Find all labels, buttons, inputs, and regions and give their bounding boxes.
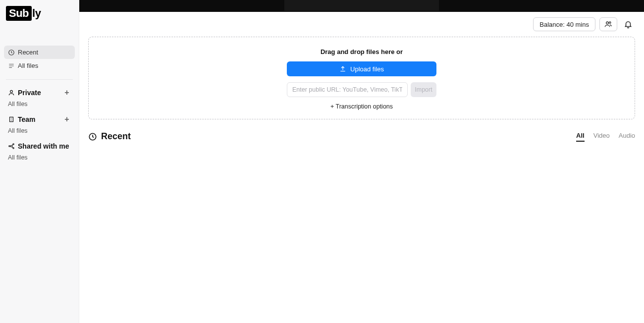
svg-point-1 — [10, 90, 13, 93]
filter-tabs: All Video Audio — [576, 132, 635, 142]
svg-rect-2 — [10, 117, 13, 121]
recent-header-row: Recent All Video Audio — [88, 131, 635, 142]
recent-title: Recent — [88, 131, 131, 142]
shared-all-files[interactable]: All files — [4, 152, 75, 167]
nav-all-files[interactable]: All files — [4, 59, 75, 72]
topbar — [79, 0, 644, 12]
upload-label: Upload files — [350, 65, 384, 73]
invite-users-button[interactable] — [599, 17, 617, 31]
section-team-label: Team — [18, 115, 36, 123]
recent-title-text: Recent — [101, 131, 131, 142]
logo-badge: Sub — [6, 6, 32, 21]
list-icon — [8, 62, 15, 69]
svg-point-6 — [9, 146, 10, 147]
team-all-files[interactable]: All files — [4, 125, 75, 140]
clock-icon — [8, 49, 15, 56]
add-private-button[interactable]: + — [63, 89, 71, 97]
sidebar: Subly Recent All files Private + All fil… — [0, 0, 79, 323]
filter-tab-all[interactable]: All — [576, 132, 585, 142]
svg-point-7 — [606, 22, 609, 24]
share-icon — [8, 143, 15, 150]
section-shared-label: Shared with me — [18, 142, 69, 150]
section-team: Team + — [4, 113, 75, 125]
topbar-center-block — [284, 0, 439, 11]
section-shared: Shared with me — [4, 140, 75, 152]
logo[interactable]: Subly — [4, 6, 75, 31]
drop-zone[interactable]: Drag and drop files here or Upload files… — [88, 37, 635, 119]
section-private-label: Private — [18, 89, 41, 97]
nav-recent-label: Recent — [18, 49, 38, 56]
section-private: Private + — [4, 87, 75, 99]
upload-icon — [339, 65, 346, 72]
nav-all-files-label: All files — [18, 62, 38, 69]
building-icon — [8, 116, 15, 123]
svg-point-8 — [609, 22, 611, 23]
add-team-button[interactable]: + — [63, 115, 71, 123]
balance-button[interactable]: Balance: 40 mins — [533, 17, 595, 31]
url-row: Import — [287, 82, 436, 97]
bell-icon — [624, 20, 633, 29]
drop-text: Drag and drop files here or — [321, 48, 403, 55]
clock-icon — [88, 132, 97, 141]
upload-files-button[interactable]: Upload files — [287, 61, 436, 76]
logo-text: ly — [32, 7, 41, 19]
user-icon — [8, 89, 15, 96]
filter-tab-audio[interactable]: Audio — [619, 132, 635, 142]
nav-recent[interactable]: Recent — [4, 46, 75, 59]
private-all-files[interactable]: All files — [4, 99, 75, 113]
divider — [6, 79, 73, 80]
transcription-options-link[interactable]: + Transcription options — [330, 103, 393, 110]
filter-tab-video[interactable]: Video — [593, 132, 610, 142]
url-input[interactable] — [287, 82, 408, 97]
notifications-button[interactable] — [621, 17, 635, 31]
users-icon — [604, 20, 612, 28]
import-button[interactable]: Import — [411, 82, 436, 97]
header-row: Balance: 40 mins — [79, 12, 644, 37]
main-content: Drag and drop files here or Upload files… — [79, 37, 644, 323]
